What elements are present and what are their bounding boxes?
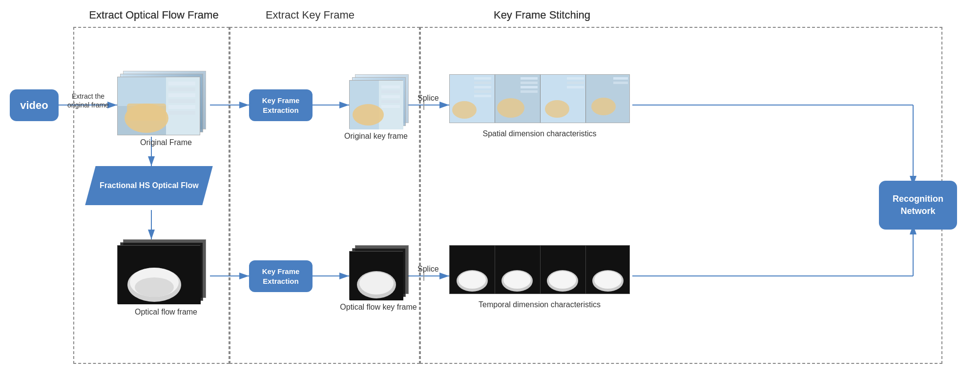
key-frame-extraction-1: Key Frame Extraction [249,89,313,121]
svg-rect-46 [495,75,495,123]
svg-rect-39 [381,95,400,98]
svg-rect-57 [474,82,491,84]
section1-label-text: Extract Optical Flow Frame [76,9,232,21]
svg-rect-59 [474,90,491,93]
svg-rect-38 [381,90,400,93]
svg-point-81 [594,271,622,289]
svg-rect-71 [495,246,495,294]
svg-point-33 [135,277,174,297]
svg-rect-67 [567,86,584,88]
stitched-original-frames [449,74,630,123]
svg-rect-66 [567,82,584,84]
fractional-hs-box: Fractional HS Optical Flow [85,166,212,205]
section2-label: Extract Key Frame [232,9,388,21]
svg-rect-40 [381,100,400,103]
splice-label-2: Splice [417,265,439,274]
svg-point-52 [452,101,477,119]
spatial-dim-label: Spatial dimension characteristics [449,129,630,138]
splice-label-1: Splice [417,94,439,103]
original-frame-label: Original Frame [125,138,208,147]
video-box: video [10,89,59,121]
svg-point-79 [549,271,576,289]
svg-rect-37 [381,85,400,88]
svg-point-44 [359,272,394,295]
svg-rect-69 [613,82,628,84]
svg-rect-58 [474,86,491,88]
diagram-container: Extract Optical Flow Frame Extract Key F… [0,0,980,380]
svg-point-55 [591,98,616,115]
svg-point-77 [503,271,531,289]
svg-point-36 [353,104,384,126]
svg-rect-62 [521,82,538,84]
svg-rect-60 [474,95,491,97]
optical-flow-frame-label: Optical flow frame [125,308,208,317]
key-frame-extraction-2: Key Frame Extraction [249,260,313,292]
svg-rect-48 [540,75,541,123]
svg-rect-65 [567,77,584,80]
svg-rect-50 [585,75,586,123]
svg-point-54 [545,100,569,118]
svg-rect-64 [521,90,538,93]
svg-rect-41 [381,105,400,108]
original-key-frame-label: Original key frame [342,132,410,141]
svg-rect-72 [540,246,541,294]
stitched-optical-frames [449,245,630,294]
svg-rect-68 [613,77,628,80]
optical-flow-key-frame-label: Optical flow key frame [339,303,417,312]
svg-rect-56 [474,77,491,80]
temporal-dim-label: Temporal dimension characteristics [449,300,630,309]
svg-point-53 [497,98,524,118]
recognition-network-box: Recognition Network [879,181,957,230]
extract-original-label: Extract theoriginal frame [58,92,119,109]
svg-point-75 [459,271,486,289]
svg-rect-61 [521,77,538,80]
svg-rect-63 [521,86,538,88]
section3-label-text: Key Frame Stitching [452,9,632,21]
svg-rect-73 [585,246,586,294]
